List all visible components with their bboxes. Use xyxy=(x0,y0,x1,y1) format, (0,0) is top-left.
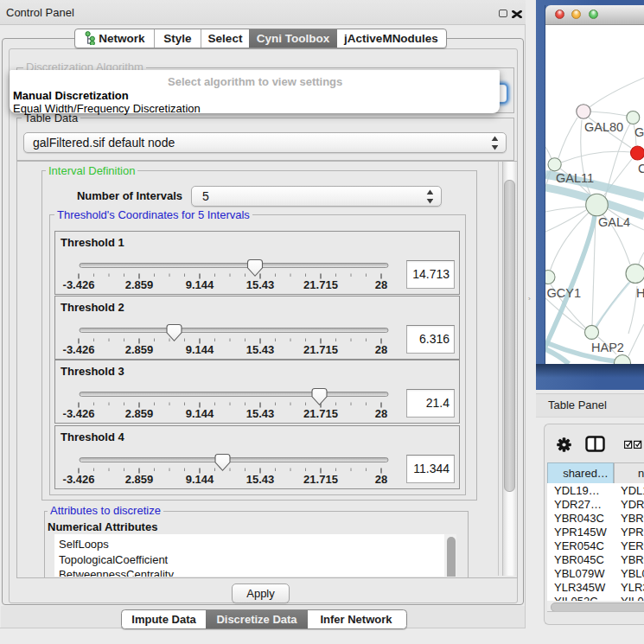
svg-text:15.43: 15.43 xyxy=(246,473,275,486)
svg-text:H: H xyxy=(636,286,644,300)
svg-text:28: 28 xyxy=(375,278,387,291)
svg-text:21.715: 21.715 xyxy=(303,278,338,291)
svg-text:21.715: 21.715 xyxy=(303,407,338,420)
svg-text:21.715: 21.715 xyxy=(303,473,338,486)
svg-text:9.144: 9.144 xyxy=(186,343,214,356)
svg-text:9.144: 9.144 xyxy=(186,473,214,486)
svg-text:-3.426: -3.426 xyxy=(63,473,95,486)
svg-text:28: 28 xyxy=(375,473,387,486)
svg-text:GA: GA xyxy=(634,125,644,139)
svg-text:28: 28 xyxy=(375,407,387,420)
svg-text:15.43: 15.43 xyxy=(246,407,275,420)
svg-text:GAL4: GAL4 xyxy=(598,215,630,229)
svg-text:9.144: 9.144 xyxy=(186,407,214,420)
svg-text:HAP2: HAP2 xyxy=(591,341,624,354)
svg-text:-3.426: -3.426 xyxy=(63,278,95,291)
svg-text:15.43: 15.43 xyxy=(246,278,275,291)
svg-text:2.859: 2.859 xyxy=(125,407,154,420)
svg-text:GCY1: GCY1 xyxy=(547,286,582,300)
svg-text:28: 28 xyxy=(375,343,387,356)
svg-text:GAL80: GAL80 xyxy=(584,120,623,134)
svg-text:2.859: 2.859 xyxy=(125,278,154,291)
svg-text:C: C xyxy=(638,162,644,175)
svg-text:21.715: 21.715 xyxy=(303,343,338,356)
svg-text:-3.426: -3.426 xyxy=(63,407,95,420)
svg-text:-3.426: -3.426 xyxy=(63,343,95,356)
svg-text:9.144: 9.144 xyxy=(186,278,214,291)
svg-text:2.859: 2.859 xyxy=(125,473,154,486)
svg-text:GAL11: GAL11 xyxy=(556,171,594,185)
svg-text:2.859: 2.859 xyxy=(125,343,154,356)
svg-text:15.43: 15.43 xyxy=(246,343,275,356)
